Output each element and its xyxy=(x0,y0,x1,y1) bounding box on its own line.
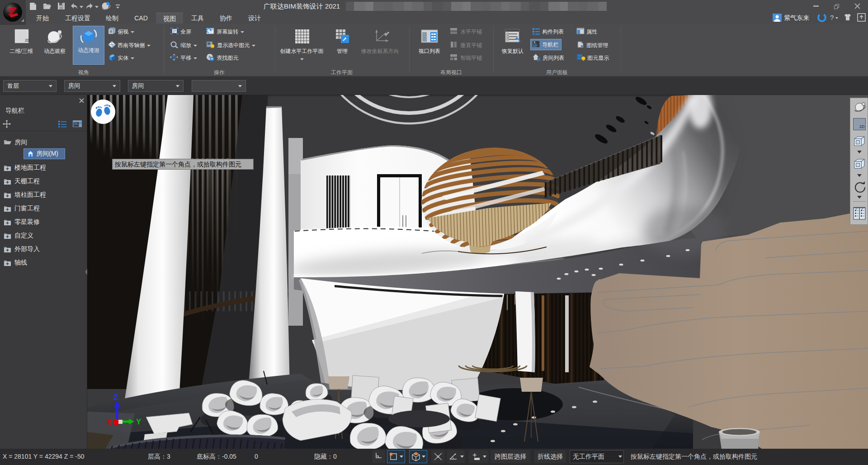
svg-text:2D: 2D xyxy=(25,38,30,43)
svg-text:Y: Y xyxy=(136,418,142,426)
svg-text:Z: Z xyxy=(113,393,118,402)
svg-text:X: X xyxy=(107,418,112,426)
